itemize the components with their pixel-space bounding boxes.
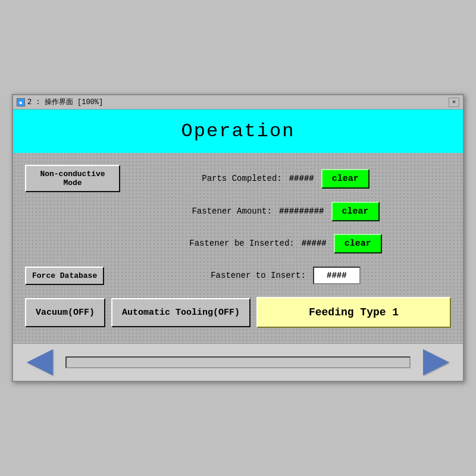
fastener-amount-value: ######### [279, 206, 324, 216]
page-title: Operation [13, 109, 463, 153]
force-database-btn-cell: Force Database [25, 267, 120, 285]
arrow-right-icon [423, 349, 449, 375]
row-parts-completed: Non-conductive Mode Parts Completed: ###… [25, 165, 451, 192]
parts-completed-label: Parts Completed: [202, 174, 281, 183]
arrow-left-icon [27, 349, 53, 375]
row-fastener-inserted: Fastener be Inserted: ##### clear [25, 230, 451, 256]
non-conductive-button[interactable]: Non-conductive Mode [25, 165, 120, 192]
fastener-inserted-label: Fastener be Inserted: [189, 239, 294, 248]
nav-bar [13, 343, 463, 381]
prev-button[interactable] [19, 347, 61, 377]
window-title: 2 : 操作界面 [100%] [27, 97, 103, 107]
fastener-to-insert-content: Fastener to Insert: [120, 267, 451, 284]
bottom-buttons-row: Vacuum(OFF) Automatic Tooling(OFF) Feedi… [25, 297, 451, 328]
title-bar-left: ■ 2 : 操作界面 [100%] [17, 97, 103, 107]
force-database-button[interactable]: Force Database [25, 267, 104, 285]
feeding-type-button[interactable]: Feeding Type 1 [256, 297, 451, 328]
close-button[interactable]: ✕ [449, 98, 459, 107]
fastener-amount-content: Fastener Amount: ######### clear [120, 202, 451, 221]
vacuum-button[interactable]: Vacuum(OFF) [25, 298, 105, 327]
fastener-to-insert-label: Fastener to Insert: [211, 271, 306, 280]
automatic-tooling-button[interactable]: Automatic Tooling(OFF) [111, 298, 250, 327]
main-window: ■ 2 : 操作界面 [100%] ✕ Operation Non-conduc… [12, 94, 464, 382]
clear-parts-button[interactable]: clear [321, 169, 369, 189]
non-conductive-btn-cell: Non-conductive Mode [25, 165, 120, 192]
title-bar: ■ 2 : 操作界面 [100%] ✕ [13, 95, 463, 109]
row-fastener-to-insert: Force Database Fastener to Insert: [25, 262, 451, 289]
parts-completed-content: Parts Completed: ##### clear [120, 169, 451, 189]
fastener-inserted-value: ##### [302, 239, 327, 248]
row-fastener-amount: Fastener Amount: ######### clear [25, 198, 451, 224]
content-area: Non-conductive Mode Parts Completed: ###… [13, 153, 463, 343]
fastener-inserted-content: Fastener be Inserted: ##### clear [120, 234, 451, 253]
parts-completed-value: ##### [289, 174, 314, 183]
clear-fastener-amount-button[interactable]: clear [331, 202, 380, 221]
next-button[interactable] [415, 347, 457, 377]
clear-fastener-inserted-button[interactable]: clear [334, 234, 382, 253]
fastener-to-insert-input[interactable] [313, 267, 361, 284]
nav-track [65, 356, 411, 368]
fastener-amount-label: Fastener Amount: [192, 206, 271, 216]
window-icon: ■ [17, 98, 25, 107]
